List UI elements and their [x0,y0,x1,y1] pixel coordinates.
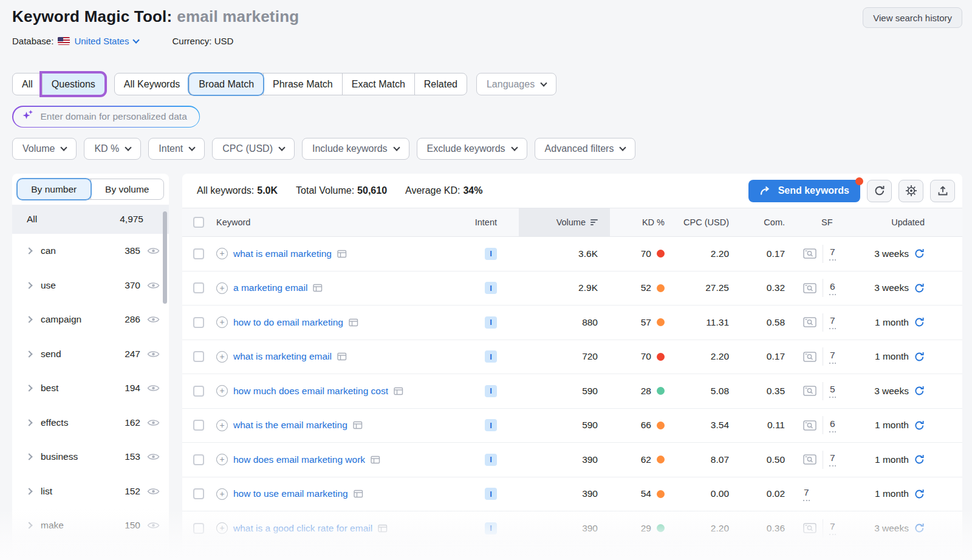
keyword-group-item[interactable]: make 150 [12,508,169,543]
keyword-link[interactable]: what is the email marketing [233,420,347,431]
tab-all-keywords[interactable]: All Keywords [115,73,189,95]
view-search-history-button[interactable]: View search history [863,7,962,28]
intent-badge[interactable]: I [485,522,497,534]
col-header-intent[interactable]: Intent [464,208,519,236]
expand-chevron-icon[interactable] [26,488,32,494]
eye-icon[interactable] [147,350,160,358]
toggle-by-volume[interactable]: By volume [91,179,164,199]
refresh-icon[interactable] [914,489,925,499]
intent-badge[interactable]: I [485,488,497,500]
keyword-group-item[interactable]: effects 162 [12,406,169,440]
sf-count[interactable]: 7 [803,487,810,501]
refresh-icon[interactable] [914,317,925,327]
keyword-group-item[interactable]: campaign 286 [12,302,169,337]
keyword-link[interactable]: how does email marketing work [233,454,365,465]
add-keyword-icon[interactable]: + [216,454,228,465]
filter-intent[interactable]: Intent [148,138,205,160]
eye-icon[interactable] [147,487,160,496]
expand-chevron-icon[interactable] [26,454,32,460]
tab-broad-match[interactable]: Broad Match [189,73,263,95]
serp-snapshot-icon[interactable] [803,523,816,533]
intent-badge[interactable]: I [485,282,497,294]
row-checkbox[interactable] [193,317,204,328]
database-selector[interactable]: United States [74,36,139,46]
tab-questions[interactable]: Questions [42,73,104,95]
export-button[interactable] [930,180,955,202]
eye-icon[interactable] [147,384,160,392]
sf-count[interactable]: 7 [829,315,836,329]
domain-input[interactable]: Enter domain for personalized data [12,106,200,128]
keyword-link[interactable]: how to do email marketing [233,317,343,328]
refresh-icon[interactable] [914,420,925,431]
filter-exclude-keywords[interactable]: Exclude keywords [417,138,527,160]
sf-count[interactable]: 5 [829,384,836,398]
intent-badge[interactable]: I [485,350,497,363]
col-header-com[interactable]: Com. [744,208,792,236]
col-header-volume[interactable]: Volume [519,208,610,236]
row-checkbox[interactable] [193,488,204,499]
intent-badge[interactable]: I [485,316,497,329]
filter-include-keywords[interactable]: Include keywords [302,138,409,160]
eye-icon[interactable] [147,247,160,255]
sf-count[interactable]: 7 [829,521,836,535]
row-checkbox[interactable] [193,351,204,362]
expand-chevron-icon[interactable] [26,248,32,254]
expand-chevron-icon[interactable] [26,385,32,392]
keyword-group-item[interactable]: list 152 [12,474,169,509]
toggle-by-number[interactable]: By number [18,179,91,199]
keyword-link[interactable]: how much does email marketing cost [233,386,388,397]
keyword-link[interactable]: what is a good click rate for email [233,523,372,534]
col-header-keyword[interactable]: Keyword [216,208,464,236]
tab-all[interactable]: All [13,73,42,95]
tab-related[interactable]: Related [414,73,467,95]
refresh-icon[interactable] [914,248,925,259]
refresh-icon[interactable] [914,523,925,533]
eye-icon[interactable] [147,521,160,530]
add-keyword-icon[interactable]: + [216,522,228,534]
tab-exact-match[interactable]: Exact Match [342,73,414,95]
refresh-icon[interactable] [914,454,925,465]
add-keyword-icon[interactable]: + [216,420,228,431]
row-checkbox[interactable] [193,420,204,431]
expand-chevron-icon[interactable] [26,316,32,323]
sf-count[interactable]: 7 [829,247,836,261]
intent-badge[interactable]: I [485,454,497,466]
intent-badge[interactable]: I [485,419,497,431]
select-all-checkbox[interactable] [193,217,204,228]
add-keyword-icon[interactable]: + [216,385,228,397]
serp-snapshot-icon[interactable] [803,317,816,327]
expand-chevron-icon[interactable] [26,282,32,289]
row-checkbox[interactable] [193,454,204,465]
refresh-button[interactable] [867,180,892,202]
refresh-icon[interactable] [914,352,925,362]
refresh-icon[interactable] [914,386,925,396]
add-keyword-icon[interactable]: + [216,316,228,328]
eye-icon[interactable] [147,452,160,461]
col-header-sf[interactable]: SF [792,208,859,236]
expand-chevron-icon[interactable] [26,522,32,529]
eye-icon[interactable] [147,418,160,427]
keyword-group-item[interactable]: use 370 [12,268,169,303]
intent-badge[interactable]: I [485,248,497,260]
row-checkbox[interactable] [193,523,204,534]
keyword-group-item[interactable]: send 247 [12,337,169,372]
row-checkbox[interactable] [193,282,204,293]
serp-snapshot-icon[interactable] [803,454,816,465]
keyword-link[interactable]: a marketing email [233,282,307,293]
col-header-kd[interactable]: KD % [610,208,671,236]
sf-count[interactable]: 6 [829,281,836,295]
add-keyword-icon[interactable]: + [216,351,228,363]
filter-advanced[interactable]: Advanced filters [535,138,636,160]
row-checkbox[interactable] [193,248,204,259]
settings-button[interactable] [898,180,923,202]
add-keyword-icon[interactable]: + [216,488,228,500]
languages-dropdown[interactable]: Languages [476,73,556,95]
keyword-link[interactable]: how to use email marketing [233,488,348,499]
serp-snapshot-icon[interactable] [803,283,816,293]
sidebar-scrollbar[interactable] [163,211,167,304]
tab-phrase-match[interactable]: Phrase Match [263,73,342,95]
expand-chevron-icon[interactable] [26,419,32,426]
eye-icon[interactable] [147,315,160,324]
refresh-icon[interactable] [914,283,925,293]
keyword-group-item[interactable]: can 385 [12,234,169,268]
